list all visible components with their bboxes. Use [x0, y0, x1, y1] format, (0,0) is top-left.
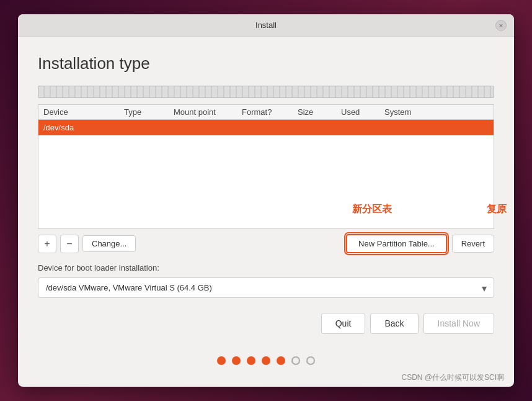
- toolbar-right: 新分区表 复原 New Partition Table... Revert: [346, 234, 494, 253]
- col-size-header: Size: [298, 107, 341, 117]
- bootloader-label: Device for boot loader installation:: [38, 263, 494, 273]
- dot-5: [277, 356, 285, 365]
- dot-4: [262, 356, 270, 365]
- col-mount-header: Mount point: [174, 107, 242, 117]
- add-button[interactable]: +: [38, 235, 56, 253]
- dot-7: [306, 356, 315, 365]
- bootloader-select[interactable]: /dev/sda VMware, VMware Virtual S (64.4 …: [38, 277, 494, 298]
- table-row[interactable]: /dev/sda: [38, 120, 494, 135]
- table-body: [38, 135, 494, 228]
- row-device: /dev/sda: [43, 123, 124, 132]
- page-title: Installation type: [38, 54, 494, 73]
- close-icon: ×: [499, 22, 503, 29]
- remove-button[interactable]: −: [60, 235, 79, 253]
- col-type-header: Type: [124, 107, 174, 117]
- table-header: Device Type Mount point Format? Size Use…: [38, 105, 494, 120]
- progress-dots: [18, 346, 514, 370]
- change-button[interactable]: Change...: [82, 235, 136, 252]
- dot-2: [232, 356, 241, 365]
- quit-button[interactable]: Quit: [321, 313, 366, 334]
- col-system-header: System: [384, 107, 446, 117]
- watermark-text: CSDN @什么时候可以发SCI啊: [401, 373, 504, 382]
- action-buttons: Quit Back Install Now: [38, 310, 494, 334]
- revert-button[interactable]: Revert: [452, 235, 494, 253]
- new-partition-button[interactable]: New Partition Table...: [346, 234, 447, 253]
- install-now-button[interactable]: Install Now: [423, 313, 494, 334]
- dot-3: [247, 356, 255, 365]
- col-used-header: Used: [341, 107, 384, 117]
- titlebar: Install ×: [18, 14, 514, 37]
- toolbar: + − Change... 新分区表 复原 New Partition Tabl…: [38, 229, 494, 263]
- dot-6: [291, 356, 300, 365]
- partition-table: Device Type Mount point Format? Size Use…: [38, 104, 494, 229]
- bootloader-select-wrapper: /dev/sda VMware, VMware Virtual S (64.4 …: [38, 277, 494, 298]
- dot-1: [217, 356, 226, 365]
- back-button[interactable]: Back: [370, 313, 418, 334]
- disk-bar: [38, 86, 494, 98]
- col-format-header: Format?: [242, 107, 298, 117]
- col-device-header: Device: [43, 107, 124, 117]
- close-button[interactable]: ×: [495, 20, 507, 31]
- window-title: Install: [255, 20, 277, 30]
